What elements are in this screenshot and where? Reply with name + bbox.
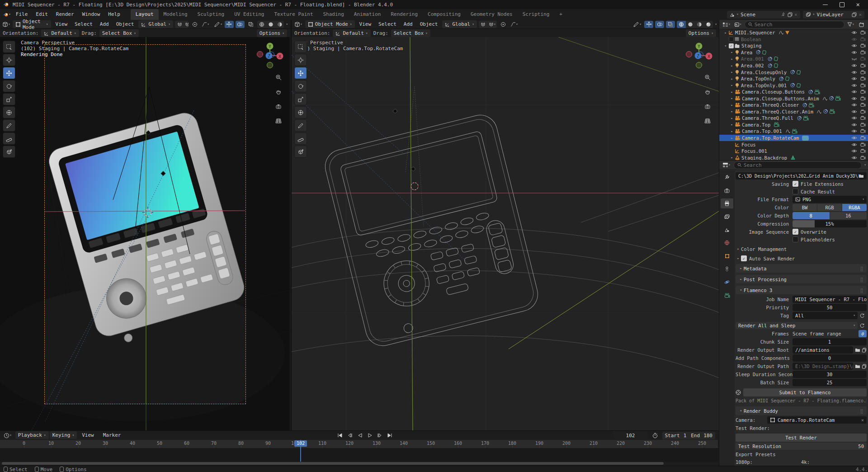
temp-file-icon[interactable] [862,364,867,369]
tab-output[interactable] [721,198,733,208]
blender-menu-icon[interactable]: ▾ [2,11,12,18]
output-path-field[interactable]: C:\3D Design\Projects\202…Grid Anim Duck… [736,172,867,179]
panel-section-header[interactable]: ▸Post Processing⣿ [736,275,867,283]
hide-in-viewport-icon[interactable] [851,123,857,127]
zoom-button[interactable] [274,72,283,82]
prop-field[interactable]: //animations [793,346,853,354]
drag-mode-selector[interactable]: Select Box▾ [391,29,430,37]
annotate-dropdown[interactable]: ▾ [632,21,642,28]
disable-in-renders-icon[interactable] [860,30,866,35]
viewport-user[interactable]: ▾Object Mode▾ViewSelectAddObjectGlobal▾▾… [291,20,719,430]
test-render-button[interactable]: Test Render [736,434,867,442]
disable-in-renders-icon[interactable] [860,129,866,133]
tab-sculpting[interactable]: Sculpting [193,9,230,20]
outliner-filter-type-button[interactable]: ▾ [733,21,743,28]
disable-in-renders-icon[interactable] [860,76,866,81]
xray-toggle[interactable] [246,21,255,28]
timeline-menu-keying[interactable]: Keying▾ [50,431,77,439]
disable-in-renders-icon[interactable] [860,103,866,107]
job-type-dropdown[interactable]: Render All and Sleep▾ [736,322,858,329]
editor-type-button[interactable]: ▾ [2,21,11,28]
hide-in-viewport-icon[interactable] [851,156,857,160]
mode-selector[interactable]: Object Mode▾ [305,20,355,28]
menu-edit[interactable]: Edit [32,10,52,19]
outliner-row[interactable]: ▸Camera.ThreeQ.Full [719,115,868,122]
shading-wireframe-button[interactable] [677,21,686,28]
timeline-menu-playback[interactable]: Playback▾ [15,431,49,439]
expand-arrow-icon[interactable]: ▸ [729,83,735,87]
tool-measure[interactable] [3,132,15,145]
expand-arrow-icon[interactable]: ▸ [729,90,735,94]
menu-window[interactable]: Window [78,10,104,19]
timeline-tracks[interactable] [0,448,718,462]
pan-button[interactable] [703,87,712,97]
minimize-button[interactable] [823,5,828,5]
expand-arrow-icon[interactable]: ▸ [729,64,735,68]
viewport-menu-view[interactable]: View [53,21,71,27]
annotate-dropdown[interactable]: ▾ [214,21,223,28]
viewport-menu-object[interactable]: Object [113,21,137,27]
tab-view-layer[interactable] [721,212,733,222]
prop-field[interactable]: All▾ [793,312,858,319]
hide-in-viewport-icon[interactable] [851,103,857,107]
tool-annotate[interactable] [294,119,307,132]
outliner-row[interactable]: ▸Area.001 [719,56,868,62]
outliner-row[interactable]: ▸MIDI.Sequencer [719,29,868,36]
properties-editor-type-button[interactable]: ▾ [722,161,731,169]
viewlayer-selector[interactable]: ▾ ViewLayer × [803,11,864,19]
snap-toggle[interactable] [175,21,184,28]
outliner-row[interactable]: ▸Camera.Closeup.Buttons.Anim [719,95,868,102]
outliner-row[interactable]: ▸Camera.Top.001 [719,128,868,135]
hide-in-viewport-icon[interactable] [851,70,857,75]
expand-arrow-icon[interactable]: ▸ [729,57,735,61]
ortho-toggle-button[interactable] [274,116,283,126]
show-overlays-toggle[interactable] [655,21,664,28]
prop-field[interactable]: MIDI Sequencer - R7 - Floating [793,296,867,303]
falloff-button[interactable]: ▾ [201,21,210,28]
expand-arrow-icon[interactable]: ▸ [729,50,735,54]
disable-in-renders-icon[interactable] [860,57,866,61]
outliner-row[interactable]: ▸Area.TopOnly [719,76,868,82]
play-reverse-button[interactable] [355,432,364,439]
jump-to-end-button[interactable] [385,432,394,439]
disable-in-renders-icon[interactable] [860,70,866,75]
expand-arrow-icon[interactable]: ▸ [729,70,735,74]
tool-move[interactable] [294,67,307,79]
disable-in-renders-icon[interactable] [860,156,866,160]
hide-in-viewport-icon[interactable] [851,96,857,101]
shading-solid-button[interactable] [686,21,695,28]
outliner-row[interactable]: Focus.001 [719,148,868,155]
play-button[interactable] [365,432,374,439]
disable-in-renders-icon[interactable] [860,136,866,140]
tool-add-cube[interactable] [294,146,307,158]
checkbox[interactable] [793,189,798,194]
tab-world[interactable] [721,238,733,248]
tab-uv-editing[interactable]: UV Editing [229,9,269,20]
tool-annotate[interactable] [3,119,15,132]
outliner-row[interactable]: ▸Area.CloseupOnly [719,69,868,76]
tab-physics[interactable] [721,277,733,287]
expand-arrow-icon[interactable]: ▸ [736,247,741,251]
falloff-button[interactable]: ▾ [509,21,519,28]
menu-render[interactable]: Render [52,10,78,19]
segment-option[interactable]: RGB [817,204,842,211]
add-workspace-button[interactable]: + [554,9,567,20]
expand-arrow-icon[interactable]: ▸ [729,103,735,107]
tool-scale[interactable] [3,93,15,105]
shading-rendered-button[interactable] [704,21,713,28]
editor-type-button[interactable]: ▾ [293,21,303,28]
camera-pointer-field[interactable]: Camera.Top.RotateCam× [767,416,867,424]
tool-transform[interactable] [3,106,15,118]
viewport-menu-select[interactable]: Select [376,21,399,27]
disable-in-renders-icon[interactable] [860,37,866,42]
orientation-default-selector[interactable]: Default▾ [333,29,370,37]
prev-keyframe-button[interactable] [345,432,354,439]
orientation-default-selector[interactable]: Default▾ [41,29,79,37]
disable-in-renders-icon[interactable] [860,149,866,153]
tool-rotate[interactable] [3,80,15,92]
viewport-left-canvas[interactable]: Camera Perspective (102) Staging | Camer… [0,37,290,430]
expand-arrow-icon[interactable]: ▸ [729,109,735,113]
hide-in-viewport-icon[interactable] [851,136,857,140]
checkbox[interactable]: ✓ [793,181,798,187]
shading-material-button[interactable] [695,21,704,28]
